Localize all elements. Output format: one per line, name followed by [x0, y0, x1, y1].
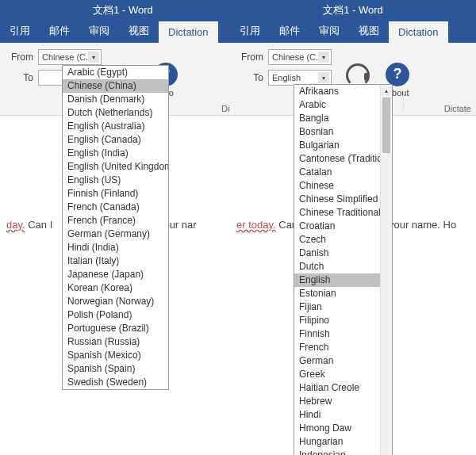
language-option[interactable]: Finnish (Finland) [63, 187, 168, 201]
language-option[interactable]: Indonesian [294, 449, 392, 455]
tab-dictation[interactable]: Dictation [159, 21, 218, 43]
language-option[interactable]: Hungarian [294, 435, 392, 449]
language-option[interactable]: Fijian [294, 300, 392, 314]
language-option[interactable]: Croatian [294, 220, 392, 233]
from-language-dropdown[interactable]: Chinese (C... ▾ [38, 49, 102, 65]
title-bar: 文档1 - Word [0, 0, 246, 21]
from-label: From [5, 52, 38, 63]
language-option[interactable]: Chinese (China) [63, 79, 168, 93]
language-option[interactable]: Hmong Daw [294, 422, 392, 435]
language-option[interactable]: Polish (Poland) [63, 308, 168, 322]
language-option[interactable]: Filipino [294, 314, 392, 327]
language-option[interactable]: Hindi [294, 408, 392, 422]
from-value: Chinese (C... [272, 52, 323, 62]
language-option[interactable]: Hebrew [294, 395, 392, 408]
language-option[interactable]: Bulgarian [294, 139, 392, 152]
language-option[interactable]: Chinese [294, 179, 392, 193]
tab-references[interactable]: 引用 [0, 19, 40, 43]
title-bar: 文档1 - Word [230, 0, 476, 21]
ribbon-tabs: 引用 邮件 审阅 视图 Dictation [230, 21, 476, 43]
language-option[interactable]: Chinese Simplified [294, 193, 392, 206]
from-value: Chinese (C... [42, 52, 93, 62]
language-option[interactable]: French (France) [63, 214, 168, 228]
chevron-down-icon[interactable]: ▾ [318, 52, 329, 63]
group-label-dictate: Dictate [444, 104, 471, 113]
language-option[interactable]: Czech [294, 233, 392, 247]
language-option[interactable]: Spanish (Spain) [63, 362, 168, 376]
language-option[interactable]: English (Australia) [63, 120, 168, 133]
language-option[interactable]: Bosnian [294, 125, 392, 139]
word-window-right: 文档1 - Word 引用 邮件 审阅 视图 Dictation From Ch… [230, 0, 476, 455]
language-option[interactable]: Danish [294, 247, 392, 260]
language-option[interactable]: Catalan [294, 166, 392, 179]
language-option[interactable]: Bangla [294, 112, 392, 125]
language-option[interactable]: Dutch (Netherlands) [63, 106, 168, 120]
from-language-dropdown[interactable]: Chinese (C... ▾ [268, 49, 332, 65]
doc-text: er today. [236, 219, 276, 231]
tab-review[interactable]: 审阅 [79, 19, 119, 43]
tab-view[interactable]: 视图 [119, 19, 159, 43]
to-label: To [235, 72, 268, 83]
language-option[interactable]: Spanish (Mexico) [63, 349, 168, 362]
tab-references[interactable]: 引用 [230, 19, 270, 43]
tab-mail[interactable]: 邮件 [270, 19, 309, 43]
tab-mail[interactable]: 邮件 [40, 19, 79, 43]
tab-review[interactable]: 审阅 [309, 19, 349, 43]
separator [403, 90, 404, 110]
language-option[interactable]: Arabic (Egypt) [63, 66, 168, 79]
scrollbar[interactable]: ▴ ▾ [380, 85, 392, 455]
language-option[interactable]: Greek [294, 368, 392, 381]
language-option[interactable]: English (US) [63, 174, 168, 187]
language-option[interactable]: French [294, 341, 392, 354]
to-language-list[interactable]: ▴ ▾ AfrikaansArabicBanglaBosnianBulgaria… [294, 84, 393, 455]
language-option[interactable]: English (India) [63, 147, 168, 160]
language-option[interactable]: Portuguese (Brazil) [63, 322, 168, 335]
language-option[interactable]: Russian (Russia) [63, 335, 168, 349]
from-label: From [235, 52, 268, 63]
language-option[interactable]: Italian (Italy) [63, 254, 168, 268]
headset-icon [346, 63, 368, 86]
language-option[interactable]: Cantonese (Traditional) [294, 152, 392, 166]
word-window-left: 文档1 - Word 引用 邮件 审阅 视图 Dictation From Ch… [0, 0, 246, 455]
language-option[interactable]: Chinese Traditional [294, 206, 392, 220]
language-option[interactable]: Arabic [294, 98, 392, 112]
language-option[interactable]: English (United Kingdom) [63, 160, 168, 174]
chevron-down-icon[interactable]: ▾ [88, 52, 99, 63]
language-option[interactable]: Swedish (Sweden) [63, 376, 168, 389]
scroll-thumb[interactable] [382, 98, 390, 153]
tab-view[interactable]: 视图 [349, 19, 389, 43]
language-option[interactable]: English (Canada) [63, 133, 168, 147]
from-language-list[interactable]: Arabic (Egypt)Chinese (China)Danish (Den… [62, 65, 169, 390]
tab-dictation[interactable]: Dictation [389, 21, 448, 43]
ribbon-tabs: 引用 邮件 审阅 视图 Dictation [0, 21, 246, 43]
language-option[interactable]: Estonian [294, 287, 392, 300]
chevron-down-icon[interactable]: ▾ [318, 72, 329, 83]
to-language-dropdown[interactable]: English ▾ [268, 70, 332, 86]
language-option[interactable]: French (Canada) [63, 201, 168, 214]
language-option[interactable]: German (Germany) [63, 228, 168, 241]
language-option[interactable]: Dutch [294, 260, 392, 273]
doc-text: your name. Ho [389, 219, 456, 231]
language-option[interactable]: Korean (Korea) [63, 281, 168, 295]
to-label: To [5, 72, 38, 83]
language-option[interactable]: Norwegian (Norway) [63, 295, 168, 308]
window-title: 文档1 - Word [93, 3, 153, 17]
scroll-up-icon[interactable]: ▴ [381, 85, 392, 97]
language-option[interactable]: Haitian Creole [294, 381, 392, 395]
question-icon: ? [386, 63, 409, 86]
doc-text: Can I [25, 219, 56, 231]
language-option[interactable]: Danish (Denmark) [63, 93, 168, 106]
language-option[interactable]: English [294, 273, 392, 287]
doc-text: day. [6, 219, 25, 231]
language-option[interactable]: Japanese (Japan) [63, 268, 168, 281]
language-option[interactable]: Afrikaans [294, 85, 392, 98]
language-option[interactable]: Hindi (India) [63, 241, 168, 254]
language-option[interactable]: German [294, 354, 392, 368]
language-option[interactable]: Finnish [294, 327, 392, 341]
to-value: English [272, 73, 301, 82]
window-title: 文档1 - Word [323, 3, 383, 17]
